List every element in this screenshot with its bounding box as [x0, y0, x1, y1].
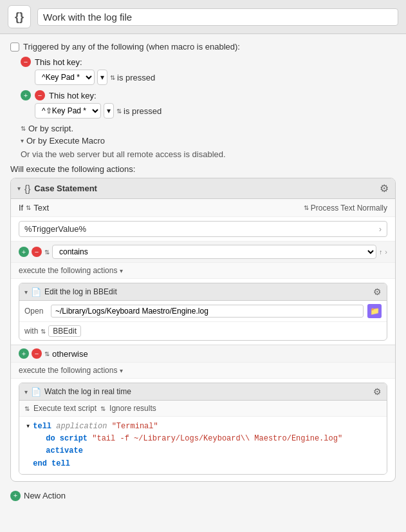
trigger-input-row: %TriggerValue% › [11, 217, 395, 242]
trigger-label: Triggered by any of the following (when … [23, 42, 240, 52]
macro-title[interactable]: Work with the log file [37, 8, 398, 26]
or-script-icon: ⇅ [21, 125, 26, 132]
case-statement-title: Case Statement [34, 184, 97, 193]
execute-label-1: execute the following actions [19, 266, 117, 275]
otherwise-remove-button[interactable]: − [32, 348, 42, 359]
process-text-row: ⇅ Process Text Normally [304, 204, 387, 213]
tell-app-keyword: application [56, 422, 107, 431]
trigger-input-box[interactable]: %TriggerValue% › [19, 221, 387, 237]
ignore-sort-icon: ⇅ [100, 405, 106, 412]
script-do-line: do script "tail -f ~/Library/Logs/Keyboa… [46, 433, 342, 445]
case-statement-panel: ▾ {} Case Statement ⚙ If ⇅ Text ⇅ Proces… [10, 178, 396, 482]
hotkey1-remove-button[interactable]: − [21, 57, 31, 67]
execute-1-sort-icon: ▾ [120, 267, 123, 274]
hotkey2-dropdown[interactable]: ▾ [104, 103, 114, 119]
if-left: If ⇅ Text [19, 203, 49, 213]
script-collapse-icon[interactable]: ▾ [26, 421, 30, 433]
new-action-add-button[interactable]: + [10, 491, 21, 501]
contains-row: + − ⇅ contains ↑ › [11, 242, 395, 263]
contains-remove-button[interactable]: − [32, 247, 42, 257]
web-server-text: Or via the web server but all remote acc… [21, 149, 385, 159]
execute-2-sort-icon: ▾ [120, 367, 123, 374]
contains-select[interactable]: contains [52, 245, 376, 259]
open-path-row: Open 📁 [19, 301, 387, 322]
execute-text-label[interactable]: Execute text script [33, 404, 97, 413]
process-text-label[interactable]: Process Text Normally [311, 204, 387, 213]
header: {} Work with the log file [0, 0, 406, 34]
if-type-label[interactable]: Text [33, 203, 49, 213]
do-script-string: "tail -f ~/Library/Logs/Keyboard\\ Maest… [92, 434, 342, 443]
hotkey1-dropdown[interactable]: ▾ [97, 70, 107, 85]
or-execute-label[interactable]: Or by Execute Macro [26, 136, 105, 146]
end-keyword: end tell [33, 459, 70, 468]
watch-log-subpanel: ▾ 📄 Watch the log in real time ⚙ ⇅ Execu… [19, 383, 387, 475]
hotkey2-add-button[interactable]: + [21, 90, 31, 100]
hotkey2-state-label: is pressed [124, 106, 161, 116]
case-header-left: ▾ {} Case Statement [17, 184, 97, 194]
hotkey2-controls: ^⇧Key Pad * ▾ ⇅ is pressed [35, 103, 396, 119]
bbedit-header-left: ▾ 📄 Edit the log in BBEdit [24, 287, 117, 297]
bbedit-gear-button[interactable]: ⚙ [373, 287, 382, 297]
trigger-input-chevron: › [379, 225, 382, 234]
content-area: Triggered by any of the following (when … [0, 34, 406, 513]
watch-doc-icon: 📄 [31, 387, 41, 397]
watch-collapse-icon[interactable]: ▾ [24, 388, 28, 395]
watch-header-left: ▾ 📄 Watch the log in real time [24, 387, 131, 397]
watch-gear-button[interactable]: ⚙ [373, 386, 382, 397]
script-content: tell application "Terminal" do script "t… [33, 421, 342, 470]
contains-right-sort-icon: ↑ [379, 249, 382, 256]
folder-button[interactable]: 📁 [367, 304, 382, 318]
open-path-input[interactable] [51, 305, 364, 318]
hotkey1-controls: ^Key Pad * ▾ ⇅ is pressed [35, 70, 396, 85]
with-label: with [24, 327, 38, 336]
hotkey2-remove-button[interactable]: − [35, 90, 45, 100]
bbedit-app-button[interactable]: BBEdit [48, 325, 81, 337]
hotkey1-state-label: is pressed [117, 73, 155, 82]
bbedit-header: ▾ 📄 Edit the log in BBEdit ⚙ [19, 283, 387, 301]
if-sort-icon: ⇅ [26, 204, 31, 211]
bbedit-subpanel: ▾ 📄 Edit the log in BBEdit ⚙ Open 📁 with… [19, 283, 387, 341]
hotkey1-key-select[interactable]: ^Key Pad * [35, 70, 95, 85]
hotkey1-row: − This hot key: ^Key Pad * ▾ ⇅ is presse… [21, 57, 396, 85]
contains-add-button[interactable]: + [19, 247, 29, 257]
tell-app-name: "Terminal" [112, 422, 158, 431]
execute-label-2: execute the following actions [19, 366, 117, 375]
if-text-row: If ⇅ Text ⇅ Process Text Normally [11, 199, 395, 217]
hotkey1-sort-icon: ⇅ [110, 74, 115, 81]
watch-title: Watch the log in real time [44, 387, 131, 396]
execute-row-2: execute the following actions ▾ [11, 363, 395, 379]
trigger-row: Triggered by any of the following (when … [10, 42, 396, 52]
macro-icon: {} [8, 5, 31, 28]
case-collapse-icon[interactable]: ▾ [17, 185, 21, 192]
or-script-row: ⇅ Or by script. [21, 124, 385, 133]
otherwise-sort-icon: ⇅ [44, 350, 50, 357]
ignore-results-label[interactable]: Ignore results [109, 404, 156, 413]
activate-keyword: activate [46, 446, 83, 455]
or-execute-icon: ▾ [21, 137, 24, 144]
or-script-label[interactable]: Or by script. [28, 124, 73, 133]
hotkey2-key-select[interactable]: ^⇧Key Pad * [35, 103, 101, 119]
script-end-line: end tell [33, 458, 342, 470]
app-window: {} Work with the log file Triggered by a… [0, 0, 406, 532]
otherwise-add-button[interactable]: + [19, 348, 29, 359]
new-action-row: + New Action [10, 487, 396, 505]
hotkey1-label: This hot key: [35, 57, 82, 67]
contains-chevron: › [385, 248, 387, 256]
if-label: If [19, 203, 23, 213]
script-tell-line: tell application "Terminal" [33, 421, 342, 433]
or-execute-row: ▾ Or by Execute Macro [21, 136, 385, 146]
script-activate-line: activate [46, 445, 342, 457]
trigger-checkbox[interactable] [10, 43, 19, 52]
hotkey2-sort-icon: ⇅ [116, 108, 122, 115]
hotkey2-label: This hot key: [49, 91, 97, 100]
watch-header: ▾ 📄 Watch the log in real time ⚙ [19, 383, 387, 401]
open-label: Open [24, 307, 47, 316]
case-statement-header: ▾ {} Case Statement ⚙ [11, 178, 395, 199]
with-sort-icon: ⇅ [41, 328, 46, 335]
new-action-label[interactable]: New Action [24, 491, 66, 500]
bbedit-collapse-icon[interactable]: ▾ [24, 289, 28, 296]
tell-keyword: tell [33, 422, 51, 431]
hotkey2-label-row: + − This hot key: [21, 90, 396, 100]
hotkey2-row: + − This hot key: ^⇧Key Pad * ▾ ⇅ is pre… [21, 90, 396, 119]
case-gear-button[interactable]: ⚙ [380, 182, 389, 195]
